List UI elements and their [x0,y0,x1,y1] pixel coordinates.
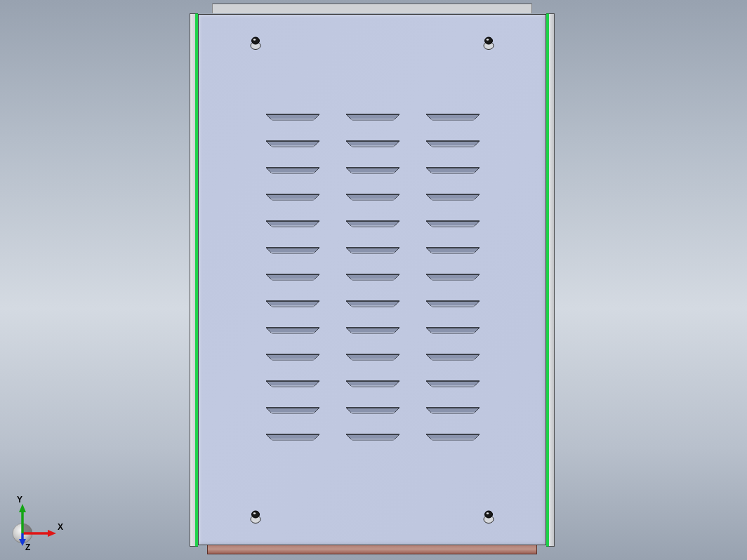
louver-vent [427,194,479,199]
louver-vent [427,354,479,359]
svg-point-7 [252,511,260,518]
louver-vent [267,168,319,173]
louver-vent [427,381,479,386]
louver-vent [267,274,319,279]
vent-row [267,434,479,439]
louver-vent [427,168,479,173]
vent-row [267,141,479,146]
vent-row [267,274,479,279]
louver-vent [267,114,319,119]
svg-marker-16 [19,504,26,512]
mounting-screw-top-right [483,36,494,50]
svg-point-4 [485,37,493,44]
svg-point-8 [253,512,256,514]
louver-vent [267,194,319,199]
cad-viewport[interactable]: X Y Z [0,0,747,560]
vent-row [267,381,479,386]
louver-vent [347,354,399,359]
louver-vent [267,328,319,333]
louver-vent [427,248,479,253]
vent-row [267,221,479,226]
vent-row [267,301,479,306]
louver-vent [267,248,319,253]
louver-vent [347,301,399,306]
louver-vent [347,248,399,253]
louver-vent [267,354,319,359]
vent-row [267,408,479,413]
vent-row [267,354,479,359]
louver-vent [267,381,319,386]
louver-vent [347,168,399,173]
svg-marker-14 [48,530,56,537]
svg-point-11 [487,512,489,514]
svg-point-1 [252,37,260,44]
louver-vent [347,381,399,386]
louver-vent [427,408,479,413]
rail-right [546,13,549,547]
svg-point-10 [485,511,493,518]
vent-row [267,194,479,199]
mounting-screw-bottom-left [250,509,261,524]
svg-point-5 [487,39,489,41]
vent-row [267,328,479,333]
louver-vent [427,141,479,146]
louver-vent [267,301,319,306]
front-cover-panel[interactable] [198,14,546,545]
frame-right-edge [549,13,555,547]
axis-y-label: Y [17,495,22,505]
louver-vent [267,408,319,413]
louver-vent [347,114,399,119]
louver-vent [347,221,399,226]
louver-vent-grid [267,114,479,439]
louver-vent [347,141,399,146]
louver-vent [347,328,399,333]
louver-vent [347,194,399,199]
louver-vent [347,274,399,279]
louver-vent [267,141,319,146]
louver-vent [427,221,479,226]
louver-vent [347,408,399,413]
svg-point-2 [253,39,256,41]
mounting-screw-top-left [250,36,261,50]
louver-vent [267,221,319,226]
axis-z-label: Z [25,542,30,552]
vent-row [267,114,479,119]
axis-x-label: X [58,522,63,532]
louver-vent [267,434,319,439]
louver-vent [427,434,479,439]
louver-vent [427,274,479,279]
frame-left-edge [190,13,195,547]
view-orientation-triad[interactable]: X Y Z [7,497,70,553]
louver-vent [347,434,399,439]
mounting-screw-bottom-right [483,509,494,524]
louver-vent [427,114,479,119]
louver-vent [427,328,479,333]
louver-vent [427,301,479,306]
vent-row [267,168,479,173]
sheet-metal-panel-assembly[interactable] [190,4,555,554]
frame-top-edge [212,4,532,13]
vent-row [267,248,479,253]
